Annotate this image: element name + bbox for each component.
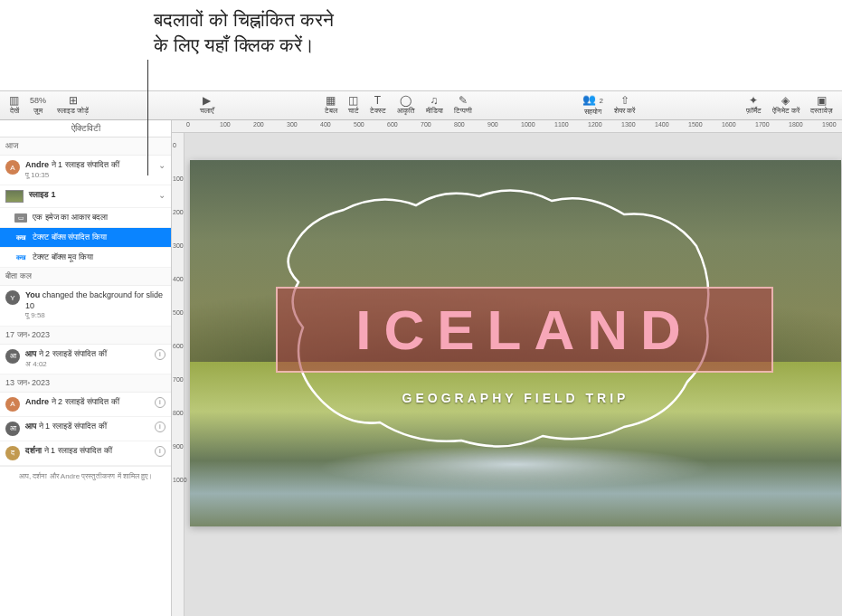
comment-button[interactable]: ✎ टिप्पणी <box>449 91 478 119</box>
document-button[interactable]: ▣ दस्तावेज़ <box>805 91 838 119</box>
sidebar-footer: आप, दर्शना और Andre प्रस्तुतीकरण में शाम… <box>0 466 171 487</box>
comment-icon: ✎ <box>459 95 468 106</box>
toolbar: ▥ देखें 58% ज़ूम ⊞ स्लाइड जोड़ें ▶ चलाएँ… <box>0 91 842 120</box>
slide-subtitle[interactable]: GEOGRAPHY FIELD TRIP <box>190 391 841 405</box>
info-icon[interactable]: i <box>155 397 166 408</box>
text-button[interactable]: T टेक्स्ट <box>364 91 392 119</box>
chart-label: चार्ट <box>348 107 359 116</box>
avatar-you: आ <box>5 349 20 364</box>
ruler-tick: 1000 <box>173 477 187 483</box>
activity-row-andre[interactable]: A Andre ने 1 स्लाइड संपादित कीं पू 10:35… <box>0 156 171 185</box>
activity-row-darshana[interactable]: द दर्शना ने 1 स्लाइड संपादित कीं i <box>0 441 171 466</box>
media-icon: ♫ <box>430 95 439 106</box>
slide-label: स्लाइड 1 <box>29 190 56 199</box>
slide-thumb-icon <box>5 190 24 203</box>
ruler-tick: 300 <box>287 121 298 128</box>
ruler-tick: 700 <box>421 121 431 128</box>
activity-row-andre2[interactable]: A Andre ने 2 स्लाइडें संपादित कीं i <box>0 393 171 417</box>
activity-text: एक इमेज का आकार बदला <box>33 213 108 223</box>
ruler-vertical: 01002003004005006007008009001000 <box>172 133 184 616</box>
shape-icon: ◯ <box>400 95 412 106</box>
text-label: टेक्स्ट <box>370 107 386 116</box>
ruler-tick: 200 <box>253 121 264 128</box>
callout-line1: बदलावों को चिह्नांकित करने <box>154 9 334 30</box>
title-text-box[interactable]: ICELAND <box>276 287 773 373</box>
activity-time: पू 10:35 <box>25 171 158 180</box>
ruler-tick: 900 <box>173 443 184 450</box>
ruler-tick: 300 <box>173 242 184 249</box>
ruler-tick: 600 <box>387 121 398 128</box>
ruler-tick: 500 <box>173 309 184 316</box>
ruler-tick: 1000 <box>521 121 535 128</box>
section-jan13: 13 जन॰ 2023 <box>0 374 171 393</box>
chart-button[interactable]: ◫ चार्ट <box>343 91 364 119</box>
comment-label: टिप्पणी <box>454 107 472 116</box>
info-icon[interactable]: i <box>155 422 166 432</box>
image-icon: ▭ <box>14 213 27 223</box>
share-icon: ⇧ <box>620 95 629 106</box>
app-window: ▥ देखें 58% ज़ूम ⊞ स्लाइड जोड़ें ▶ चलाएँ… <box>0 90 842 616</box>
ruler-tick: 1300 <box>621 121 636 128</box>
slide-canvas[interactable]: ICELAND GEOGRAPHY FIELD TRIP <box>190 160 841 526</box>
activity-text: ने 1 स्लाइडें संपादित कीं <box>36 422 107 431</box>
activity-textbox-edited[interactable]: कख टेक्स्ट बॉक्स संपादित किया <box>0 228 171 248</box>
collaborate-label: सहयोग <box>584 108 601 117</box>
collaborate-button[interactable]: 👥 2 सहयोग <box>577 91 609 119</box>
ruler-tick: 1700 <box>755 121 770 128</box>
ruler-tick: 1600 <box>722 121 736 128</box>
ruler-tick: 900 <box>487 121 498 128</box>
textbox-icon: कख <box>14 253 27 262</box>
zoom-button[interactable]: 58% ज़ूम <box>24 91 52 119</box>
activity-resize-image[interactable]: ▭ एक इमेज का आकार बदला <box>0 208 171 228</box>
activity-row-slide1[interactable]: स्लाइड 1 ⌄ <box>0 185 171 208</box>
activity-sidebar: ऐक्टिविटी आज A Andre ने 1 स्लाइड संपादित… <box>0 120 172 616</box>
text-icon: T <box>374 95 381 106</box>
avatar-darshana: द <box>5 446 20 460</box>
activity-text: ने 2 स्लाइडें संपादित कीं <box>49 397 119 406</box>
sidebar-scroll[interactable]: आज A Andre ने 1 स्लाइड संपादित कीं पू 10… <box>0 137 171 616</box>
shape-label: आकृति <box>397 107 415 116</box>
add-slide-label: स्लाइड जोड़ें <box>57 107 89 116</box>
collaborate-icon: 👥 2 <box>582 94 603 107</box>
ruler-tick: 1500 <box>688 121 703 128</box>
canvas-area: 0100200300400500600700800900100011001200… <box>172 120 842 616</box>
play-icon: ▶ <box>203 95 211 106</box>
activity-time: पू 9:58 <box>25 311 166 320</box>
ruler-tick: 500 <box>354 121 364 128</box>
document-icon: ▣ <box>817 95 827 106</box>
chevron-down-icon[interactable]: ⌄ <box>158 160 166 170</box>
activity-row-you-bg[interactable]: Y You changed the background for slide 1… <box>0 286 171 327</box>
activity-text: ने 1 स्लाइड संपादित कीं <box>42 446 112 455</box>
slide-viewport[interactable]: ICELAND GEOGRAPHY FIELD TRIP <box>184 133 842 616</box>
avatar-andre: A <box>5 160 20 175</box>
ruler-tick: 400 <box>320 121 331 128</box>
activity-text: ने 1 स्लाइड संपादित कीं <box>49 160 119 169</box>
activity-textbox-moved[interactable]: कख टेक्स्ट बॉक्स मूव किया <box>0 248 171 268</box>
shape-button[interactable]: ◯ आकृति <box>392 91 421 119</box>
actor-name: आप <box>25 422 36 431</box>
activity-row-you1[interactable]: आ आप ने 1 स्लाइडें संपादित कीं i <box>0 417 171 441</box>
info-icon[interactable]: i <box>155 446 166 457</box>
animate-label: ऐनिमेट करें <box>772 107 799 116</box>
callout-annotation: बदलावों को चिह्नांकित करने के लिए यहाँ क… <box>154 7 334 59</box>
chevron-down-icon[interactable]: ⌄ <box>158 190 166 200</box>
view-button[interactable]: ▥ देखें <box>4 91 24 119</box>
play-button[interactable]: ▶ चलाएँ <box>194 91 219 119</box>
zoom-value: 58% <box>30 95 46 106</box>
add-slide-button[interactable]: ⊞ स्लाइड जोड़ें <box>52 91 94 119</box>
actor-name: आप <box>25 349 36 358</box>
table-icon: ▦ <box>326 95 336 106</box>
table-button[interactable]: ▦ टेबल <box>319 91 343 119</box>
format-button[interactable]: ✦ फ़ॉर्मैट <box>741 91 767 119</box>
activity-row-you-edit2[interactable]: आ आप ने 2 स्लाइडें संपादित कीं अ 4:02 i <box>0 345 171 374</box>
animate-button[interactable]: ◈ ऐनिमेट करें <box>767 91 805 119</box>
info-icon[interactable]: i <box>155 349 166 360</box>
callout-leader-line <box>147 60 148 175</box>
ruler-tick: 700 <box>173 376 184 383</box>
ruler-tick: 1800 <box>789 121 803 128</box>
ruler-tick: 100 <box>220 121 231 128</box>
media-button[interactable]: ♫ मीडिया <box>421 91 449 119</box>
share-button[interactable]: ⇧ शेयर करें <box>609 91 640 119</box>
activity-text: टेक्स्ट बॉक्स संपादित किया <box>33 232 107 242</box>
chart-icon: ◫ <box>348 95 358 106</box>
